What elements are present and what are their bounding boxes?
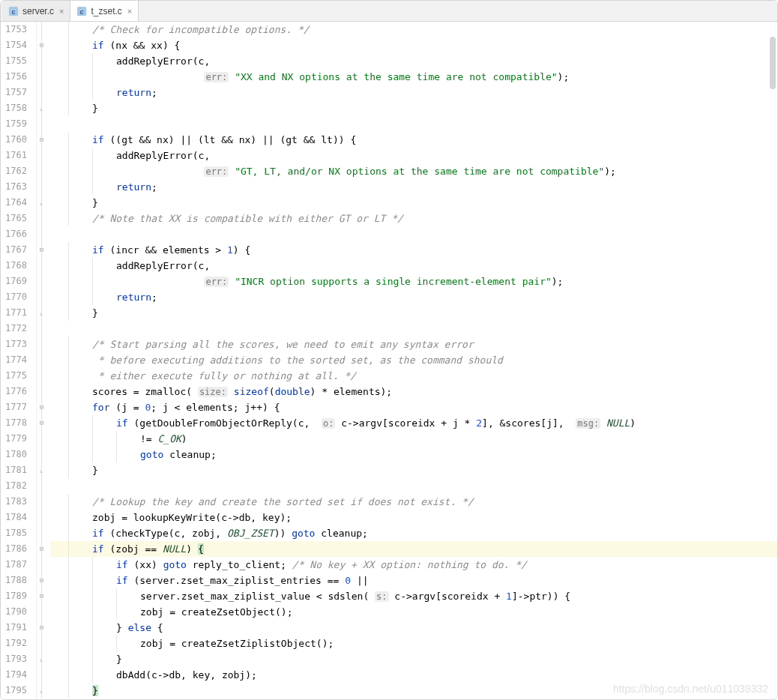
code-line[interactable]: /* Lookup the key and create the sorted …	[50, 494, 777, 510]
line-number: 1754	[1, 37, 36, 53]
svg-text:c: c	[80, 7, 84, 15]
code-line[interactable]: if (incr && elements > 1) {	[50, 242, 777, 258]
code-line[interactable]: }	[50, 683, 777, 699]
line-number: 1787	[1, 557, 36, 573]
line-number: 1764	[1, 195, 36, 211]
code-line[interactable]: * before executing additions to the sort…	[50, 352, 777, 368]
code-line[interactable]: return;	[50, 179, 777, 195]
code-line[interactable]: scores = zmalloc( size: sizeof(double) *…	[50, 384, 777, 399]
line-number: 1789	[1, 588, 36, 604]
line-number: 1782	[1, 478, 36, 494]
fold-column: ⊟⌞⊟⌞⊟⌞⊟⊟⌞⊟⊟⊟⊟⌞⌞	[37, 22, 47, 699]
code-line[interactable]: }	[50, 462, 777, 478]
code-line[interactable]: if (zobj == NULL) {	[50, 541, 777, 557]
code-line[interactable]: } else {	[50, 620, 777, 636]
code-line[interactable]: server.zset_max_ziplist_value < sdslen( …	[50, 588, 777, 604]
fold-toggle-icon[interactable]: ⊟	[38, 593, 45, 600]
code-line[interactable]: err: "XX and NX options at the same time…	[50, 69, 777, 85]
fold-toggle-icon[interactable]: ⊟	[38, 420, 45, 426]
code-line[interactable]: if (xx) goto reply_to_client; /* No key …	[50, 557, 777, 573]
line-number: 1778	[1, 415, 36, 431]
line-number: 1792	[1, 636, 36, 651]
line-number: 1790	[1, 604, 36, 620]
fold-end-icon: ⌞	[38, 687, 45, 694]
code-line[interactable]	[50, 321, 777, 337]
line-number: 1774	[1, 352, 36, 368]
code-line[interactable]: return;	[50, 85, 777, 100]
svg-text:c: c	[12, 7, 16, 15]
code-line[interactable]: zobj = createZsetObject();	[50, 604, 777, 620]
tab-bar: c server.c × c t_zset.c ×	[1, 1, 777, 22]
code-line[interactable]	[50, 226, 777, 242]
code-line[interactable]: != C_OK)	[50, 431, 777, 447]
line-number: 1768	[1, 258, 36, 274]
fold-toggle-icon[interactable]: ⊟	[38, 136, 45, 143]
code-area[interactable]: /* Check for incompatible options. */if …	[47, 22, 777, 699]
line-number: 1766	[1, 226, 36, 242]
tab-server-c[interactable]: c server.c ×	[2, 1, 70, 21]
line-number: 1791	[1, 620, 36, 636]
code-line[interactable]: if (getDoubleFromObjectOrReply(c, o: c->…	[50, 415, 777, 431]
close-icon[interactable]: ×	[126, 7, 132, 16]
code-line[interactable]: dbAdd(c->db, key, zobj);	[50, 667, 777, 683]
fold-toggle-icon[interactable]: ⊟	[38, 42, 45, 49]
code-line[interactable]: }	[50, 305, 777, 321]
scrollbar-thumb[interactable]	[770, 37, 776, 89]
code-line[interactable]	[50, 478, 777, 494]
line-number: 1769	[1, 274, 36, 289]
code-line[interactable]: }	[50, 195, 777, 211]
code-line[interactable]: addReplyError(c,	[50, 53, 777, 69]
code-line[interactable]: err: "INCR option supports a single incr…	[50, 274, 777, 289]
line-number: 1783	[1, 494, 36, 510]
line-number: 1755	[1, 53, 36, 69]
code-line[interactable]: addReplyError(c,	[50, 148, 777, 163]
code-line[interactable]: /* Check for incompatible options. */	[50, 22, 777, 37]
line-number: 1753	[1, 22, 36, 37]
fold-end-icon: ⌞	[38, 656, 45, 663]
line-number: 1756	[1, 69, 36, 85]
code-line[interactable]: }	[50, 651, 777, 667]
code-line[interactable]: /* Start parsing all the scores, we need…	[50, 337, 777, 352]
line-number: 1788	[1, 573, 36, 588]
line-number: 1795	[1, 683, 36, 699]
tab-t-zset-c[interactable]: c t_zset.c ×	[70, 1, 139, 21]
code-line[interactable]: if ((gt && nx) || (lt && nx) || (gt && l…	[50, 132, 777, 148]
fold-end-icon: ⌞	[38, 105, 45, 112]
fold-toggle-icon[interactable]: ⊟	[38, 577, 45, 584]
code-line[interactable]	[50, 116, 777, 132]
code-line[interactable]: err: "GT, LT, and/or NX options at the s…	[50, 163, 777, 179]
line-number: 1785	[1, 525, 36, 541]
code-line[interactable]: addReplyError(c,	[50, 258, 777, 274]
code-line[interactable]: if (nx && xx) {	[50, 37, 777, 53]
code-line[interactable]: /* Note that XX is compatible with eithe…	[50, 211, 777, 226]
fold-toggle-icon[interactable]: ⊟	[38, 546, 45, 552]
line-number: 1760	[1, 132, 36, 148]
line-number: 1780	[1, 447, 36, 462]
code-line[interactable]: }	[50, 100, 777, 116]
fold-toggle-icon[interactable]: ⊟	[38, 247, 45, 253]
code-line[interactable]: if (checkType(c, zobj, OBJ_ZSET)) goto c…	[50, 525, 777, 541]
line-number: 1771	[1, 305, 36, 321]
fold-end-icon: ⌞	[38, 199, 45, 206]
fold-toggle-icon[interactable]: ⊟	[38, 404, 45, 411]
code-line[interactable]: return;	[50, 289, 777, 305]
line-number: 1762	[1, 163, 36, 179]
c-file-icon: c	[8, 6, 19, 16]
line-number: 1786	[1, 541, 36, 557]
code-line[interactable]: for (j = 0; j < elements; j++) {	[50, 399, 777, 415]
code-line[interactable]: zobj = createZsetZiplistObject();	[50, 636, 777, 651]
close-icon[interactable]: ×	[58, 7, 64, 16]
fold-toggle-icon[interactable]: ⊟	[38, 624, 45, 631]
editor: 1753175417551756175717581759176017611762…	[1, 22, 777, 699]
tab-label: server.c	[22, 6, 54, 16]
line-number: 1777	[1, 399, 36, 415]
line-number: 1794	[1, 667, 36, 683]
code-line[interactable]: * either execute fully or nothing at all…	[50, 368, 777, 384]
code-line[interactable]: goto cleanup;	[50, 447, 777, 462]
c-file-icon: c	[76, 6, 87, 16]
code-line[interactable]: if (server.zset_max_ziplist_entries == 0…	[50, 573, 777, 588]
line-number: 1784	[1, 510, 36, 525]
code-line[interactable]: zobj = lookupKeyWrite(c->db, key);	[50, 510, 777, 525]
tab-label: t_zset.c	[91, 6, 121, 16]
editor-gutter: 1753175417551756175717581759176017611762…	[1, 22, 37, 699]
